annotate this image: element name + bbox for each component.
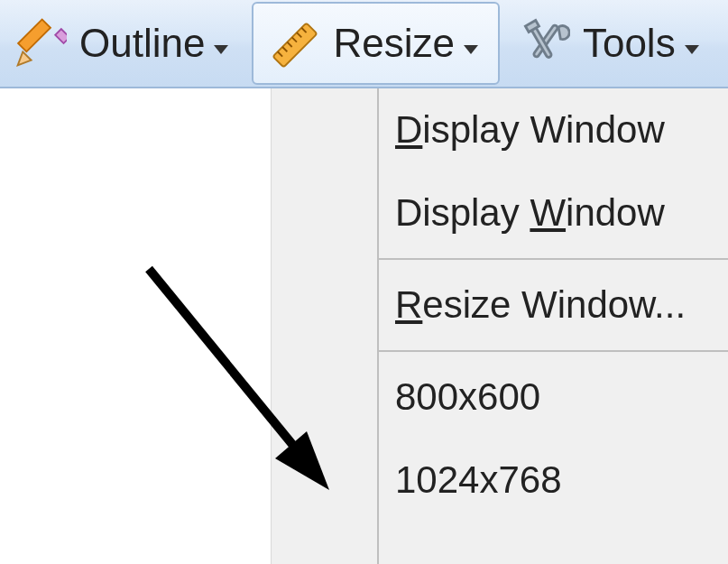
dropdown-caret-icon <box>685 45 699 54</box>
menu-preset-800x600[interactable]: 800x600 <box>379 356 728 439</box>
tools-label: Tools <box>583 21 676 66</box>
toolbar: Outline Resize <box>0 0 728 88</box>
tools-icon <box>516 16 570 70</box>
menu-separator <box>379 350 728 352</box>
svg-rect-2 <box>55 29 67 43</box>
content-area: Display Window Display Window Resize Win… <box>0 88 728 564</box>
ruler-icon <box>266 16 320 70</box>
dropdown-caret-icon <box>464 45 478 54</box>
document-canvas <box>0 88 271 564</box>
resize-button[interactable]: Resize <box>252 2 500 85</box>
menu-preset-1024x768[interactable]: 1024x768 <box>379 439 728 522</box>
outline-button[interactable]: Outline <box>0 0 248 87</box>
resize-dropdown-menu: Display Window Display Window Resize Win… <box>379 88 728 564</box>
dropdown-caret-icon <box>214 45 228 54</box>
menu-separator <box>379 258 728 260</box>
menu-display-window-small[interactable]: Display Window <box>379 171 728 254</box>
resize-label: Resize <box>333 21 455 66</box>
svg-marker-0 <box>18 51 32 65</box>
menu-resize-window[interactable]: Resize Window... <box>379 264 728 347</box>
svg-rect-1 <box>18 19 51 51</box>
pencil-icon <box>13 16 67 70</box>
tools-button[interactable]: Tools <box>503 0 719 87</box>
menu-icon-gutter <box>271 88 379 564</box>
menu-display-window-size[interactable]: Display Window <box>379 88 728 171</box>
outline-label: Outline <box>79 21 205 66</box>
svg-rect-3 <box>273 23 318 67</box>
